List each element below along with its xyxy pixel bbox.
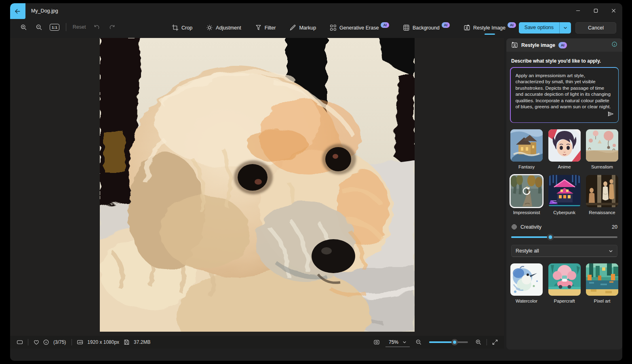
photo-my-dog[interactable] (100, 38, 415, 332)
style-fantasy-thumb[interactable] (510, 129, 543, 162)
style-papercraft[interactable]: Papercraft (548, 263, 581, 303)
zoom-level-dropdown[interactable]: 75% (386, 338, 410, 347)
creativity-slider[interactable] (511, 236, 617, 238)
edit-tabs: Crop Adjustment Filter Markup Generative… (171, 22, 517, 35)
file-info-icon[interactable] (41, 337, 51, 347)
crop-icon (172, 24, 179, 31)
save-options-button[interactable]: Save options (519, 22, 559, 34)
zoom-out-icon[interactable] (414, 337, 423, 347)
tab-restyle-image[interactable]: Restyle Image AI (463, 22, 516, 35)
fullscreen-icon[interactable] (490, 337, 500, 347)
ai-badge: AI (381, 22, 389, 28)
creativity-icon (511, 224, 517, 230)
dimensions-icon (75, 337, 85, 347)
close-button[interactable] (605, 3, 622, 18)
zoom-out-icon[interactable] (34, 23, 43, 32)
divider (66, 23, 66, 31)
prompt-field-border (510, 67, 619, 123)
style-label: Watercolor (510, 299, 543, 303)
tab-filter[interactable]: Filter (254, 22, 277, 35)
cancel-button[interactable]: Cancel (575, 22, 616, 34)
style-label: Pixel art (586, 299, 618, 303)
tab-generative-erase[interactable]: Generative Erase AI (329, 22, 390, 35)
creativity-slider-thumb[interactable] (547, 234, 554, 241)
actual-size-button[interactable]: 1:1 (50, 24, 59, 31)
tab-adjustment[interactable]: Adjustment (205, 22, 242, 35)
tab-crop[interactable]: Crop (171, 22, 193, 35)
refresh-icon (521, 185, 532, 197)
reset-button[interactable]: Reset (73, 24, 86, 30)
style-pixel-art-thumb[interactable] (586, 263, 618, 296)
style-impressionist[interactable]: Impressionist (510, 175, 543, 215)
file-size: 37.2MB (134, 339, 150, 345)
style-label: Papercraft (548, 299, 581, 303)
favorite-heart-icon[interactable] (32, 337, 41, 347)
style-anime[interactable]: Anime (548, 129, 581, 169)
tab-markup[interactable]: Markup (289, 22, 317, 35)
background-icon (403, 24, 410, 31)
style-impressionist-thumb[interactable] (510, 175, 543, 207)
prompt-label: Describe what style you'd like to apply. (511, 58, 617, 64)
style-anime-thumb[interactable] (548, 129, 581, 162)
style-grid-row3: Watercolor Papercraft Pixel art (506, 263, 622, 303)
zoom-slider-thumb[interactable] (451, 339, 458, 345)
photos-app-window: My_Dog.jpg 1:1 Reset Crop Adjustment (10, 3, 622, 361)
style-papercraft-thumb[interactable] (548, 263, 581, 296)
photo-counter: (3/75) (53, 339, 66, 345)
ai-badge: AI (442, 22, 450, 28)
minimize-button[interactable] (569, 3, 587, 18)
titlebar: My_Dog.jpg (10, 3, 622, 19)
panel-title: Restyle image (521, 42, 555, 48)
back-button[interactable] (10, 3, 25, 19)
restyle-all-dropdown[interactable]: Restyle all (511, 245, 617, 257)
style-cyberpunk[interactable]: Cyberpunk (548, 175, 581, 215)
chevron-down-icon (402, 340, 407, 344)
creativity-value: 20 (612, 224, 617, 230)
filter-icon (255, 24, 262, 31)
ai-badge: AI (558, 42, 567, 48)
save-options-dropdown[interactable] (559, 22, 571, 34)
back-arrow-icon (14, 8, 21, 15)
style-surrealism-thumb[interactable] (586, 129, 618, 162)
restyle-image-icon (463, 24, 470, 31)
zoom-in-icon[interactable] (474, 337, 483, 347)
style-pixel-art[interactable]: Pixel art (586, 263, 618, 303)
toolbar: 1:1 Reset Crop Adjustment Filter Markup (10, 21, 622, 37)
style-watercolor-thumb[interactable] (510, 263, 543, 296)
send-prompt-icon[interactable] (607, 110, 614, 119)
file-size-icon (122, 337, 131, 347)
style-fantasy[interactable]: Fantasy (510, 129, 543, 169)
dog-painting (100, 38, 415, 332)
filmstrip-icon[interactable] (15, 337, 25, 347)
ai-badge: AI (508, 22, 516, 28)
redo-icon[interactable] (107, 23, 116, 32)
restyle-all-value: Restyle all (516, 248, 539, 254)
style-label: Anime (548, 164, 581, 169)
chevron-down-icon (563, 26, 567, 30)
creativity-label: Creativity (520, 224, 541, 230)
tab-background[interactable]: Background AI (402, 22, 451, 35)
zoom-in-icon[interactable] (19, 23, 28, 32)
file-title: My_Dog.jpg (31, 8, 58, 14)
image-dimensions: 1920 x 1080px (87, 339, 119, 345)
info-icon[interactable] (611, 41, 617, 49)
style-surrealism[interactable]: Surrealism (586, 129, 618, 169)
status-bar: (3/75) 1920 x 1080px 37.2MB 75% (10, 336, 504, 349)
canvas-area (10, 38, 504, 336)
zoom-slider[interactable] (429, 341, 468, 343)
fit-to-window-icon[interactable] (372, 337, 381, 347)
adjustment-sun-icon (206, 24, 213, 31)
maximize-button[interactable] (587, 3, 605, 18)
markup-pen-icon (289, 24, 296, 31)
undo-icon[interactable] (92, 23, 101, 32)
style-grid-row1: Fantasy Anime Surrealism (506, 129, 622, 169)
style-cyberpunk-thumb[interactable] (548, 175, 581, 207)
style-grid-row2: Impressionist Cyberpunk Renaissance (506, 175, 622, 215)
style-renaissance-thumb[interactable] (586, 175, 618, 207)
creativity-row: Creativity 20 (511, 224, 617, 230)
toolbar-actions: Save options Cancel (519, 22, 616, 34)
style-prompt-input[interactable] (516, 73, 613, 110)
style-renaissance[interactable]: Renaissance (586, 175, 618, 215)
regenerate-overlay[interactable] (510, 175, 543, 207)
style-watercolor[interactable]: Watercolor (510, 263, 543, 303)
